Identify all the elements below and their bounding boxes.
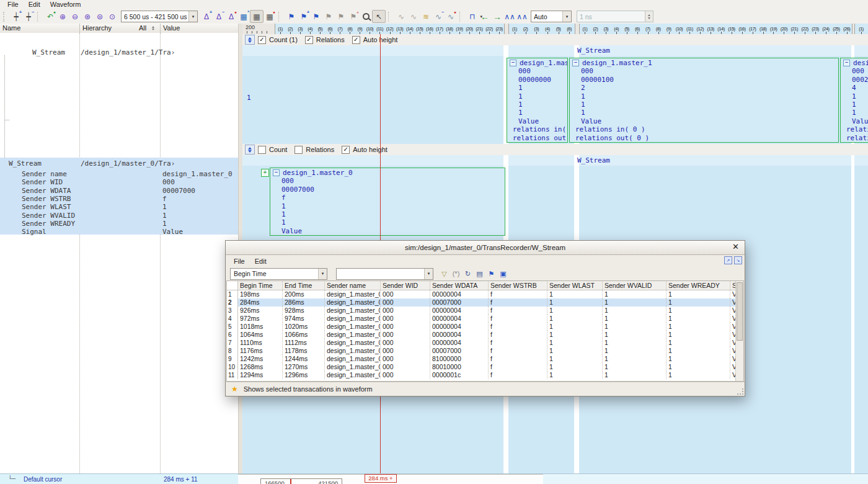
sort-spinner[interactable] [152, 25, 154, 32]
cell[interactable]: design_1.master_0 [325, 347, 381, 355]
range-overview-box[interactable]: 166500 421500 [260, 478, 342, 484]
column-header-value[interactable]: Value [163, 24, 180, 32]
cell[interactable]: f [489, 347, 547, 355]
column-header[interactable]: Sender WREADY [666, 281, 730, 290]
cell[interactable]: f [489, 307, 547, 315]
bookmark-flag-icon[interactable]: ⚑ [485, 268, 497, 279]
cell[interactable]: design_1.master_0 [325, 355, 381, 363]
goto-time-icon[interactable]: ↶● [44, 11, 56, 22]
cell[interactable]: 000 [381, 290, 430, 298]
transaction-box[interactable]: −design_0000002004111Valuerelatiorelatio [840, 58, 868, 143]
cell[interactable]: 1 [547, 298, 603, 307]
scrollbar-thumb[interactable] [737, 282, 743, 341]
cell[interactable]: 00007000 [430, 347, 489, 355]
section-1-waveform[interactable]: W_Stream 1 −design_1.master_…00000000000… [242, 45, 868, 144]
column-header[interactable]: Sender WID [381, 281, 430, 290]
expand-transaction-icon[interactable]: + [261, 169, 269, 177]
table-row[interactable]: 51018ms1020msdesign_1.master_00000000000… [227, 323, 743, 331]
table-row[interactable]: 81176ms1178msdesign_1.master_00000000700… [227, 347, 743, 355]
collapse-icon[interactable]: − [273, 169, 280, 176]
find-prev-edge-icon[interactable]: ∧∧ [503, 11, 516, 22]
cell[interactable]: 284ms [238, 298, 283, 307]
next-transition-icon[interactable]: → [491, 11, 503, 22]
cell[interactable]: 1 [603, 331, 666, 339]
remove-delta-icon[interactable]: Δ− [213, 11, 225, 22]
cell[interactable]: 1 [666, 323, 730, 331]
cell[interactable]: 926ms [238, 307, 283, 315]
table-row[interactable]: 2284ms286msdesign_1.master_000000007000f… [227, 298, 743, 307]
cell[interactable]: 1176ms [238, 347, 283, 355]
cell[interactable]: f [489, 290, 547, 298]
cell[interactable]: 1 [666, 315, 730, 323]
cell[interactable]: 1 [603, 307, 666, 315]
vertical-scrollbar[interactable] [735, 281, 743, 381]
zoom-out-full-icon[interactable]: ⊜ [94, 11, 106, 22]
bookmark-add-icon[interactable]: ⚑+ [298, 11, 310, 22]
column-header-all[interactable]: All [139, 24, 146, 32]
clear-delta-icon[interactable]: Δ● [225, 11, 237, 22]
cell[interactable]: 00000004 [430, 290, 489, 298]
cell[interactable]: 000 [381, 331, 430, 339]
cell[interactable]: 1 [603, 355, 666, 363]
float-icon[interactable]: ↗ [724, 256, 732, 264]
flag-prev-icon[interactable]: ⚑ [322, 11, 335, 22]
cell[interactable]: 1 [603, 363, 666, 371]
column-header-name[interactable]: Name [2, 24, 20, 32]
cell[interactable]: 00000004 [430, 307, 489, 315]
cell[interactable]: 1 [603, 323, 666, 331]
cell[interactable]: 1268ms [238, 363, 283, 371]
cell[interactable]: 00000004 [430, 315, 489, 323]
bookmark-icon[interactable]: ⚑ [285, 11, 298, 22]
cell[interactable]: 1 [547, 339, 603, 347]
pulse-mode-icon[interactable]: ⊓▾ [466, 11, 479, 22]
column-header[interactable]: Sender WDATA [430, 281, 489, 290]
dock-icon[interactable]: ↘ [734, 256, 742, 264]
search-combo[interactable]: ▾ [336, 268, 433, 280]
add-delta-icon[interactable]: Δ+ [200, 11, 213, 22]
column-resize-handle[interactable] [79, 24, 80, 33]
table-row[interactable]: 61064ms1066msdesign_1.master_00000000000… [227, 331, 743, 339]
cell[interactable]: 000 [381, 307, 430, 315]
sort-desc-icon[interactable] [152, 29, 154, 32]
cell[interactable]: 1 [547, 347, 603, 355]
cell[interactable]: 1178ms [283, 347, 325, 355]
stretch-right-icon[interactable]: ∿ [407, 11, 420, 22]
cell[interactable]: design_1.master_0 [325, 298, 381, 307]
stream-group-hierarchy[interactable]: /design_1/master_0/Tra› [81, 159, 175, 168]
cell[interactable]: 1112ms [283, 339, 325, 347]
cell[interactable]: design_1.master_0 [325, 363, 381, 371]
cell[interactable]: 1020ms [283, 323, 325, 331]
combine-signals-icon[interactable]: ≋ [420, 11, 432, 22]
cell[interactable]: 972ms [238, 315, 283, 323]
stretch-left-icon[interactable]: ∿ [395, 11, 407, 22]
dialog-menu-edit[interactable]: Edit [250, 257, 272, 266]
cell[interactable]: 1 [603, 347, 666, 355]
checkbox-relations[interactable]: Relations [294, 146, 334, 154]
table-row[interactable]: 91242ms1244msdesign_1.master_00008100000… [227, 355, 743, 363]
cell[interactable]: design_1.master_0 [325, 339, 381, 347]
cell[interactable]: 000 [381, 371, 430, 379]
cell[interactable]: 1 [666, 290, 730, 298]
chevron-down-icon[interactable]: ▾ [318, 269, 327, 279]
table-row[interactable]: 101268ms1270msdesign_1.master_0000800100… [227, 363, 743, 371]
resize-grip[interactable] [737, 388, 743, 395]
cell[interactable]: 1 [547, 371, 603, 379]
cell[interactable]: 0000001c [430, 371, 489, 379]
cell[interactable]: f [489, 315, 547, 323]
cell[interactable]: design_1.master_0 [325, 307, 381, 315]
transaction-box[interactable]: −design_1.master_1000000001002111Valuere… [569, 58, 839, 143]
dialog-menu-file[interactable]: File [229, 257, 250, 266]
stream-group-name[interactable]: W_Stream [9, 159, 42, 168]
table-row[interactable]: 1198ms200msdesign_1.master_000000000004f… [227, 290, 743, 298]
cell[interactable]: 974ms [283, 315, 325, 323]
column-header[interactable]: Sender WSTRB [489, 281, 547, 290]
cell[interactable]: f [489, 363, 547, 371]
cell[interactable]: 1 [666, 307, 730, 315]
expand-rows-icon[interactable] [245, 145, 255, 155]
cell[interactable]: design_1.master_0 [325, 315, 381, 323]
regex-icon[interactable]: (*) [450, 268, 462, 279]
cell[interactable]: 1064ms [238, 331, 283, 339]
column-header[interactable]: Sender name [325, 281, 381, 290]
cell[interactable]: 1066ms [283, 331, 325, 339]
stream-row-hierarchy[interactable]: /design_1/master_1/Tra› [81, 48, 175, 56]
